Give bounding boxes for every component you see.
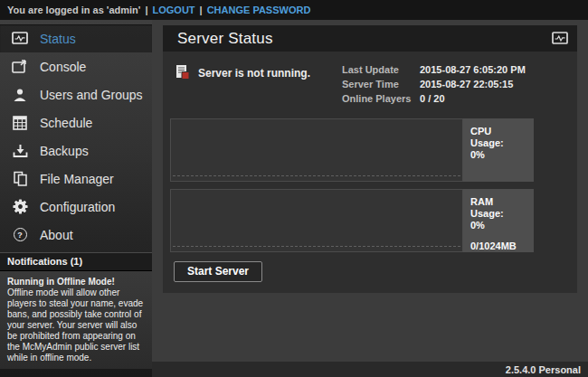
chart-baseline [173, 246, 460, 247]
panel-header: Server Status [163, 25, 577, 52]
cpu-usage-chart [170, 118, 463, 182]
start-server-button[interactable]: Start Server [174, 261, 262, 282]
sidebar-item-configuration[interactable]: Configuration [0, 193, 152, 221]
sidebar-item-label: Console [40, 60, 86, 74]
info-row-online-players: Online Players 0 / 20 [342, 93, 570, 104]
ram-usage-label-box: RAM Usage: 0% 0/1024MB [463, 189, 534, 252]
notification-text: Offline mode will allow other players to… [7, 287, 145, 363]
users-icon [12, 87, 28, 102]
sidebar-item-status[interactable]: Status [0, 24, 152, 52]
server-status-message: Server is not running. [174, 62, 342, 108]
file-manager-icon [12, 171, 28, 186]
change-password-link[interactable]: CHANGE PASSWORD [207, 5, 311, 15]
ram-usage-value: 0% [470, 220, 526, 231]
notification-title: Running in Offline Mode! [7, 277, 145, 287]
console-icon [12, 59, 28, 74]
logged-in-text: You are logged in as 'admin' [7, 5, 140, 15]
info-value: 2015-08-27 6:05:20 PM [420, 64, 526, 75]
gear-icon [12, 199, 28, 214]
panel-body: Server is not running. Last Update 2015-… [163, 52, 577, 293]
info-value: 0 / 20 [420, 93, 445, 104]
schedule-icon [12, 115, 28, 130]
notifications-header: Notifications (1) [0, 252, 152, 271]
ram-usage-chart [170, 189, 463, 252]
sidebar-item-label: Users and Groups [40, 88, 143, 102]
info-label: Online Players [342, 93, 420, 104]
sidebar-item-label: About [40, 228, 73, 242]
logout-link[interactable]: LOGOUT [153, 5, 195, 15]
main-content: Server Status [152, 20, 588, 362]
cpu-usage-label: CPU Usage: [470, 126, 526, 149]
chart-baseline [173, 175, 460, 176]
cpu-usage-panel: CPU Usage: 0% [170, 118, 534, 182]
sidebar-item-label: File Manager [40, 172, 114, 186]
sidebar-menu: Status Console Users and Groups [0, 20, 152, 249]
ram-usage-panel: RAM Usage: 0% 0/1024MB [170, 189, 534, 252]
main-column: Server Status [152, 20, 588, 377]
sidebar-item-label: Schedule [40, 116, 92, 130]
separator: | [145, 5, 147, 15]
status-text: Server is not running. [198, 64, 310, 80]
status-monitor-icon[interactable] [552, 32, 568, 45]
footer-bar: 2.5.4.0 Personal [152, 362, 588, 377]
sidebar-item-label: Backups [40, 144, 89, 158]
info-row-last-update: Last Update 2015-08-27 6:05:20 PM [342, 64, 570, 75]
status-row: Server is not running. Last Update 2015-… [170, 61, 570, 113]
topbar: You are logged in as 'admin' | LOGOUT | … [0, 0, 588, 20]
status-monitor-icon [12, 31, 28, 46]
cpu-usage-label-box: CPU Usage: 0% [463, 118, 534, 182]
question-circle-icon: ? [12, 227, 28, 242]
sidebar-filler [0, 369, 152, 377]
sidebar-item-file-manager[interactable]: File Manager [0, 165, 152, 193]
info-label: Server Time [342, 79, 420, 90]
info-label: Last Update [342, 64, 420, 75]
sidebar-item-users-and-groups[interactable]: Users and Groups [0, 80, 152, 108]
version-text: 2.5.4.0 Personal [506, 364, 581, 375]
notification-item: Running in Offline Mode! Offline mode wi… [0, 271, 152, 369]
server-stopped-icon [174, 64, 190, 80]
ram-usage-detail: 0/1024MB [470, 240, 526, 252]
sidebar-item-label: Status [40, 32, 76, 46]
sidebar-item-backups[interactable]: Backups [0, 137, 152, 165]
sidebar-item-console[interactable]: Console [0, 52, 152, 80]
sidebar: Status Console Users and Groups [0, 20, 152, 377]
page-title: Server Status [177, 30, 552, 48]
ram-usage-label: RAM Usage: [470, 196, 526, 220]
sidebar-item-about[interactable]: ? About [0, 221, 152, 249]
separator: | [200, 5, 203, 15]
cpu-usage-value: 0% [470, 149, 526, 161]
mcmyadmin-app: You are logged in as 'admin' | LOGOUT | … [0, 0, 588, 377]
info-row-server-time: Server Time 2015-08-27 22:05:15 [342, 79, 570, 90]
backups-icon [12, 143, 28, 158]
sidebar-item-schedule[interactable]: Schedule [0, 108, 152, 137]
server-info-table: Last Update 2015-08-27 6:05:20 PM Server… [342, 62, 570, 108]
sidebar-item-label: Configuration [40, 200, 115, 214]
body-row: Status Console Users and Groups [0, 20, 588, 377]
info-value: 2015-08-27 22:05:15 [420, 79, 513, 90]
